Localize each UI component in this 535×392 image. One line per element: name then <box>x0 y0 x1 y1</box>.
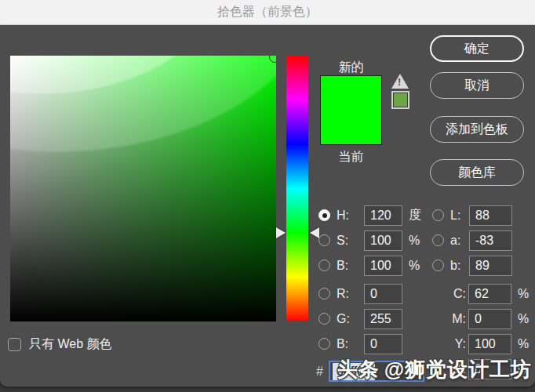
dialog-body: 新的 当前 确定 取消 添加到色板 颜色库 H: 度 S: % B: % R: … <box>0 25 535 387</box>
hex-hash-label: # <box>316 365 323 379</box>
label-s: S: <box>337 234 362 248</box>
dialog-title: 拾色器（前景色） <box>217 4 318 20</box>
input-s[interactable] <box>364 230 402 251</box>
input-m[interactable] <box>468 309 511 329</box>
new-color-label: 新的 <box>320 60 382 76</box>
label-b-lab: b: <box>450 259 468 273</box>
field-row-b: B: % <box>318 255 420 276</box>
add-to-swatches-button[interactable]: 添加到色板 <box>430 116 524 143</box>
only-web-colors-checkbox[interactable] <box>8 338 21 351</box>
only-web-colors-label: 只有 Web 颜色 <box>29 336 112 353</box>
label-r: R: <box>337 287 362 301</box>
ok-button[interactable]: 确定 <box>430 35 524 62</box>
web-colors-row: 只有 Web 颜色 <box>8 336 112 353</box>
hue-slider[interactable] <box>286 56 308 321</box>
new-color-swatch <box>321 76 381 111</box>
label-b2: B: <box>337 337 362 351</box>
label-h: H: <box>337 209 362 223</box>
unit-s: % <box>409 234 420 248</box>
hex-selected-text: 00ff00 <box>333 363 375 380</box>
input-b[interactable] <box>364 256 402 276</box>
field-row-b-lab: b: <box>432 255 512 276</box>
input-r[interactable] <box>364 284 402 304</box>
current-color-swatch[interactable] <box>321 111 381 145</box>
radio-b[interactable] <box>318 260 330 271</box>
saturation-brightness-field[interactable] <box>10 56 276 321</box>
input-b2[interactable] <box>364 334 402 354</box>
input-a[interactable] <box>469 230 512 251</box>
input-k[interactable] <box>468 359 511 379</box>
dialog-titlebar[interactable]: 拾色器（前景色） <box>0 0 535 25</box>
field-row-b2: B: <box>318 333 402 354</box>
radio-g[interactable] <box>318 313 330 325</box>
label-a: a: <box>450 234 468 248</box>
field-row-r: R: <box>318 283 402 304</box>
unit-h: 度 <box>409 207 421 223</box>
color-picker-dialog: { "window": { "title": "拾色器（前景色）" }, "co… <box>0 0 535 392</box>
field-row-g: G: <box>318 308 402 329</box>
field-row-s: S: % <box>318 230 420 251</box>
gamut-safe-color-swatch[interactable] <box>391 91 409 109</box>
input-b-lab[interactable] <box>469 256 512 276</box>
field-row-m: M: % <box>444 308 529 329</box>
field-row-y: Y: % <box>444 333 529 354</box>
radio-l[interactable] <box>432 209 444 221</box>
label-b: B: <box>337 259 362 273</box>
label-c: C: <box>444 287 466 301</box>
input-h[interactable] <box>364 205 402 226</box>
color-libraries-button[interactable]: 颜色库 <box>430 159 524 186</box>
label-l: L: <box>450 209 468 223</box>
new-current-swatch <box>320 75 382 145</box>
label-y: Y: <box>444 337 466 351</box>
radio-b2[interactable] <box>318 338 330 350</box>
field-row-k: K: % <box>444 358 529 379</box>
field-row-c: C: % <box>444 283 529 304</box>
hue-slider-left-arrow[interactable] <box>276 227 286 238</box>
hex-input[interactable]: 00ff00 <box>329 361 424 382</box>
gloss-highlight <box>10 56 276 321</box>
label-m: M: <box>444 312 466 326</box>
color-field-cursor[interactable] <box>269 56 276 63</box>
radio-s[interactable] <box>318 234 330 246</box>
unit-b: % <box>409 259 420 273</box>
input-g[interactable] <box>364 309 402 329</box>
radio-a[interactable] <box>432 234 444 246</box>
unit-y: % <box>518 337 529 351</box>
radio-r[interactable] <box>318 288 330 299</box>
hex-row: # 00ff00 <box>316 361 424 382</box>
input-l[interactable] <box>469 205 512 226</box>
unit-c: % <box>518 287 529 301</box>
unit-k: % <box>518 362 529 376</box>
radio-h[interactable] <box>318 209 330 221</box>
field-row-a: a: <box>432 230 512 251</box>
unit-m: % <box>518 312 529 326</box>
radio-b-lab[interactable] <box>432 260 444 271</box>
input-c[interactable] <box>468 284 511 304</box>
field-row-l: L: <box>432 205 512 226</box>
out-of-gamut-warning-icon[interactable] <box>391 74 409 89</box>
current-color-label: 当前 <box>320 149 382 165</box>
label-g: G: <box>337 312 362 326</box>
input-y[interactable] <box>468 334 511 354</box>
cancel-button[interactable]: 取消 <box>430 72 524 99</box>
label-k: K: <box>444 362 466 376</box>
field-row-h: H: 度 <box>318 205 421 226</box>
